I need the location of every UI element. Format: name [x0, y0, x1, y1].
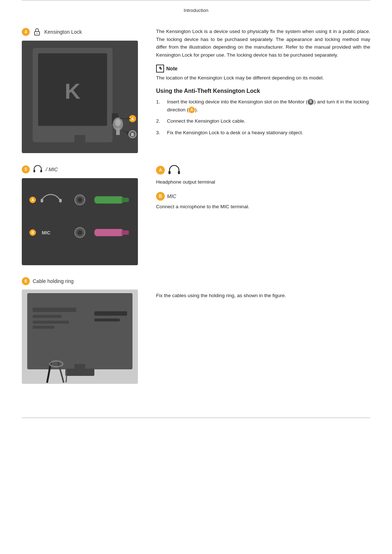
- list-text-2: Connect the Kensington Lock cable.: [167, 117, 370, 125]
- badge-a-headphone: A: [156, 166, 165, 175]
- svg-text:A: A: [31, 198, 34, 202]
- svg-point-27: [77, 197, 82, 202]
- cable-header: 6 Cable holding ring: [22, 277, 145, 285]
- svg-text:K: K: [65, 79, 80, 103]
- svg-rect-42: [74, 364, 85, 371]
- list-text-3: Fix the Kensington Lock to a desk or a h…: [167, 129, 370, 137]
- svg-text:B: B: [31, 231, 34, 235]
- section-4-number: 4: [22, 28, 30, 36]
- svg-text:A: A: [131, 117, 134, 121]
- kensington-left: 4 Kensington Lock: [22, 28, 145, 154]
- note-label: Note: [166, 66, 177, 71]
- top-divider: [22, 0, 370, 4]
- headphone-icon: [33, 165, 43, 174]
- headphone-large-icon: [168, 165, 181, 175]
- kensington-list: 1. Insert the locking device into the Ke…: [156, 98, 370, 136]
- mic-badge-row: B MIC: [156, 192, 370, 201]
- kensington-description: The Kensington Lock is a device used to …: [156, 28, 370, 59]
- svg-rect-28: [94, 196, 123, 204]
- svg-rect-25: [59, 199, 62, 202]
- kensington-note-header: ✎ Note: [156, 65, 370, 73]
- page-header: Introduction: [0, 4, 392, 20]
- mic-left: 5 / MIC A: [22, 165, 145, 266]
- svg-rect-7: [74, 135, 85, 144]
- header-text: Introduction: [184, 8, 208, 13]
- kensington-note-text: The location of the Kensington Lock may …: [156, 74, 370, 82]
- svg-point-10: [115, 119, 121, 126]
- list-text-1: Insert the locking device into the Kensi…: [167, 98, 370, 114]
- mic-section: 5 / MIC A: [22, 165, 370, 266]
- svg-rect-20: [40, 170, 42, 172]
- cable-section: 6 Cable holding ring: [22, 277, 370, 385]
- svg-rect-21: [22, 178, 138, 265]
- svg-rect-45: [33, 321, 69, 324]
- svg-rect-11: [116, 128, 120, 135]
- mic-header: 5 / MIC: [22, 165, 145, 174]
- svg-text:MIC: MIC: [42, 230, 50, 235]
- list-num-3: 3.: [156, 129, 163, 137]
- svg-rect-46: [33, 326, 54, 329]
- kensington-header: 4 Kensington Lock: [22, 28, 145, 36]
- note-icon: ✎: [156, 65, 164, 73]
- svg-rect-24: [41, 199, 43, 202]
- svg-rect-49: [94, 319, 120, 321]
- headphone-output-header: A: [156, 165, 370, 175]
- list-num-1: 1.: [156, 98, 163, 114]
- svg-rect-19: [33, 170, 35, 172]
- mic-label: / MIC: [46, 167, 58, 172]
- cable-right: Fix the cables using the holding ring, a…: [156, 277, 370, 385]
- cable-description: Fix the cables using the holding ring, a…: [156, 292, 370, 300]
- kensington-image: K B A: [22, 41, 138, 153]
- list-item-2: 2. Connect the Kensington Lock cable.: [156, 117, 370, 125]
- svg-rect-40: [27, 293, 132, 369]
- svg-rect-43: [33, 308, 76, 312]
- kensington-lock-icon: [33, 28, 41, 36]
- kensington-subsection-title: Using the Anti-Theft Kensington Lock: [156, 88, 370, 94]
- cable-left: 6 Cable holding ring: [22, 277, 145, 385]
- badge-a-inline: A: [188, 107, 195, 113]
- svg-rect-38: [178, 171, 180, 174]
- svg-rect-44: [33, 315, 62, 318]
- section-6-number: 6: [22, 277, 30, 285]
- kensington-section: 4 Kensington Lock: [22, 28, 370, 154]
- mic-right: A Headphone output terminal B MIC Connec…: [156, 165, 370, 266]
- kensington-right: The Kensington Lock is a device used to …: [156, 28, 370, 154]
- list-item-3: 3. Fix the Kensington Lock to a desk or …: [156, 129, 370, 137]
- svg-point-34: [77, 230, 82, 235]
- cable-image: [22, 290, 138, 384]
- section-5-number: 5: [22, 165, 30, 173]
- page: Introduction 4 Kensington Lock: [0, 0, 392, 554]
- svg-rect-36: [122, 230, 129, 235]
- kensington-label: Kensington Lock: [44, 29, 82, 35]
- cable-label: Cable holding ring: [33, 278, 74, 284]
- badge-b-mic: B: [156, 192, 165, 201]
- kensington-note-box: ✎ Note The location of the Kensington Lo…: [156, 65, 370, 82]
- svg-rect-35: [94, 229, 123, 236]
- mic-description: Connect a microphone to the MIC terminal…: [156, 203, 370, 211]
- svg-rect-29: [122, 198, 129, 202]
- bottom-divider: [22, 418, 370, 418]
- mic-image: A B MIC: [22, 178, 138, 265]
- svg-text:B: B: [131, 133, 134, 137]
- svg-rect-37: [168, 171, 171, 174]
- content-area: 4 Kensington Lock: [0, 20, 392, 410]
- list-num-2: 2.: [156, 117, 163, 125]
- badge-b-inline: B: [307, 99, 314, 105]
- svg-rect-48: [94, 311, 127, 316]
- mic-italic-label: MIC: [167, 193, 176, 199]
- headphone-output-label: Headphone output terminal: [156, 178, 370, 186]
- list-item-1: 1. Insert the locking device into the Ke…: [156, 98, 370, 114]
